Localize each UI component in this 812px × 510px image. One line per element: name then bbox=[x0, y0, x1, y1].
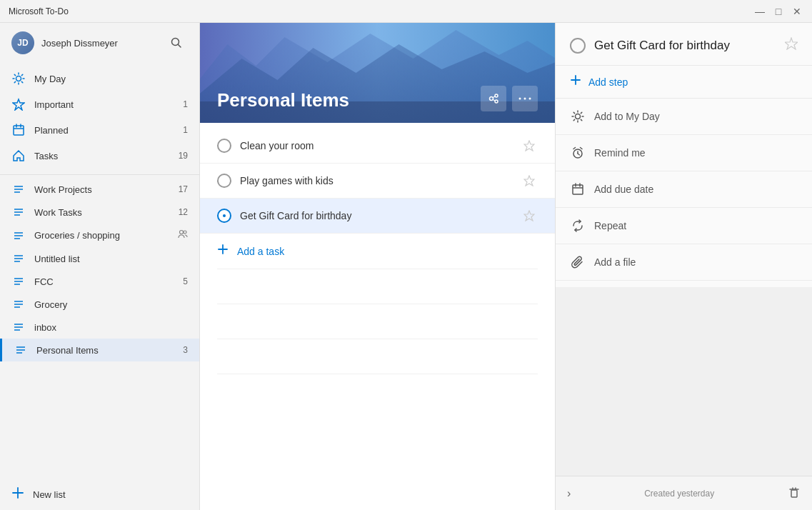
app-body: JD Joseph Dissmeyer My Day bbox=[0, 23, 812, 510]
svg-line-51 bbox=[493, 96, 496, 98]
list-item-fcc[interactable]: FCC 5 bbox=[0, 270, 199, 293]
add-step-icon bbox=[570, 74, 581, 89]
list-icon-groceries bbox=[11, 230, 26, 241]
svg-marker-62 bbox=[785, 38, 798, 49]
minimize-button[interactable]: — bbox=[753, 5, 766, 18]
detail-star-button[interactable] bbox=[785, 37, 798, 54]
sidebar: JD Joseph Dissmeyer My Day bbox=[0, 23, 200, 510]
sidebar-item-tasks[interactable]: Tasks 19 bbox=[0, 143, 199, 169]
list-header-content: Personal Items bbox=[217, 86, 538, 111]
repeat-option[interactable]: Repeat bbox=[556, 208, 812, 244]
new-list-button[interactable]: New list bbox=[0, 479, 199, 510]
task-star-play-games[interactable] bbox=[521, 172, 538, 189]
planned-count: 1 bbox=[183, 125, 188, 135]
remind-me-option[interactable]: Remind me bbox=[556, 135, 812, 171]
list-label-work-tasks: Work Tasks bbox=[34, 207, 170, 218]
due-date-label: Add due date bbox=[594, 184, 653, 195]
sun-icon bbox=[11, 71, 26, 86]
task-checkbox-gift-card[interactable] bbox=[217, 209, 231, 223]
svg-marker-57 bbox=[524, 176, 534, 186]
detail-footer: › Created yesterday bbox=[556, 476, 812, 510]
user-info[interactable]: JD Joseph Dissmeyer bbox=[11, 31, 118, 54]
svg-point-53 bbox=[519, 98, 521, 100]
list-title: Personal Items bbox=[217, 89, 349, 111]
add-task-button[interactable]: Add a task bbox=[200, 234, 555, 269]
task-item-gift-card[interactable]: Get Gift Card for birthday bbox=[200, 199, 555, 234]
remind-me-label: Remind me bbox=[594, 147, 646, 159]
svg-line-8 bbox=[21, 81, 22, 82]
svg-line-7 bbox=[14, 74, 15, 75]
search-button[interactable] bbox=[165, 31, 188, 54]
add-to-my-day-label: Add to My Day bbox=[594, 111, 660, 122]
alarm-icon bbox=[570, 145, 586, 161]
shared-icon bbox=[178, 229, 188, 241]
task-item-play-games[interactable]: Play games with kids bbox=[200, 164, 555, 199]
list-count-personal-items: 3 bbox=[183, 345, 188, 355]
list-icon-fcc bbox=[11, 276, 26, 287]
list-item-inbox[interactable]: inbox bbox=[0, 316, 199, 339]
svg-line-9 bbox=[21, 74, 22, 75]
close-button[interactable]: ✕ bbox=[791, 5, 803, 18]
calendar-icon bbox=[11, 123, 26, 137]
svg-line-73 bbox=[573, 119, 574, 120]
add-task-label: Add a task bbox=[237, 246, 284, 257]
list-item-groceries[interactable]: Groceries / shopping bbox=[0, 224, 199, 247]
delete-task-button[interactable] bbox=[788, 486, 801, 501]
task-star-gift-card[interactable] bbox=[521, 207, 538, 224]
list-label-groceries: Groceries / shopping bbox=[34, 230, 166, 241]
svg-point-65 bbox=[576, 114, 581, 119]
detail-expand-button[interactable]: › bbox=[567, 487, 571, 500]
note-space bbox=[556, 287, 812, 476]
task-checkbox-play-games[interactable] bbox=[217, 174, 231, 188]
svg-line-72 bbox=[581, 112, 581, 113]
share-button[interactable] bbox=[481, 86, 506, 111]
sidebar-item-my-day[interactable]: My Day bbox=[0, 66, 199, 91]
add-step-button[interactable]: Add step bbox=[556, 66, 812, 99]
svg-line-71 bbox=[581, 119, 581, 120]
due-date-option[interactable]: Add due date bbox=[556, 171, 812, 208]
task-checkbox-clean-room[interactable] bbox=[217, 139, 231, 153]
svg-point-55 bbox=[529, 98, 531, 100]
add-file-option[interactable]: Add a file bbox=[556, 244, 812, 281]
svg-point-2 bbox=[16, 76, 21, 81]
list-item-grocery[interactable]: Grocery bbox=[0, 293, 199, 316]
repeat-label: Repeat bbox=[594, 220, 626, 231]
user-name: Joseph Dissmeyer bbox=[41, 38, 118, 49]
home-icon bbox=[11, 149, 26, 163]
sidebar-header: JD Joseph Dissmeyer bbox=[0, 23, 199, 63]
svg-line-52 bbox=[493, 100, 496, 101]
sidebar-item-important[interactable]: Important 1 bbox=[0, 91, 199, 117]
sidebar-divider bbox=[0, 174, 199, 175]
task-star-clean-room[interactable] bbox=[521, 137, 538, 154]
svg-line-76 bbox=[578, 154, 580, 155]
maximize-button[interactable]: □ bbox=[772, 5, 785, 18]
my-day-label: My Day bbox=[34, 74, 188, 84]
svg-point-58 bbox=[223, 214, 226, 217]
detail-task-circle[interactable] bbox=[570, 38, 586, 54]
svg-point-26 bbox=[184, 231, 186, 234]
svg-marker-11 bbox=[13, 99, 24, 110]
list-icon-untitled bbox=[11, 253, 26, 264]
sun-option-icon bbox=[570, 109, 586, 124]
list-item-work-tasks[interactable]: Work Tasks 12 bbox=[0, 201, 199, 224]
list-item-work-projects[interactable]: Work Projects 17 bbox=[0, 178, 199, 201]
note-area[interactable]: Add a note bbox=[556, 281, 812, 287]
sidebar-item-planned[interactable]: Planned 1 bbox=[0, 117, 199, 143]
list-label-personal-items: Personal Items bbox=[36, 345, 174, 356]
add-to-my-day-option[interactable]: Add to My Day bbox=[556, 99, 812, 135]
svg-line-10 bbox=[14, 81, 15, 82]
list-icon-personal-items bbox=[14, 344, 28, 356]
calendar-option-icon bbox=[570, 181, 586, 197]
svg-rect-83 bbox=[791, 490, 797, 497]
list-item-untitled[interactable]: Untitled list bbox=[0, 247, 199, 270]
tasks-list: Clean your room Play games with kids Get… bbox=[200, 123, 555, 510]
list-header: Personal Items bbox=[200, 23, 555, 123]
task-item-clean-room[interactable]: Clean your room bbox=[200, 129, 555, 164]
main-content: Personal Items Clean your room bbox=[200, 23, 555, 510]
list-icon-work-projects bbox=[11, 184, 26, 195]
task-text-clean-room: Clean your room bbox=[240, 140, 512, 151]
svg-line-78 bbox=[581, 148, 583, 149]
add-step-label: Add step bbox=[588, 76, 628, 88]
list-item-personal-items[interactable]: Personal Items 3 bbox=[0, 339, 199, 361]
more-options-button[interactable] bbox=[512, 86, 538, 111]
